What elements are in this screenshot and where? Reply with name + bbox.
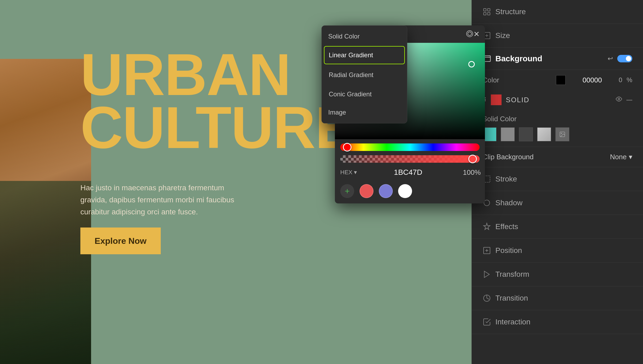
color-presets bbox=[483, 127, 632, 141]
structure-label: Structure bbox=[495, 7, 526, 16]
hex-chevron-icon: ▾ bbox=[354, 169, 357, 176]
clip-background-none: None bbox=[610, 153, 627, 161]
transition-icon bbox=[483, 294, 491, 302]
stroke-label: Stroke bbox=[495, 175, 517, 183]
background-title: Background bbox=[495, 54, 542, 63]
panel-section-background: Background ↩ Color % ⠿ SOLID bbox=[472, 48, 643, 167]
opacity-value-input[interactable] bbox=[459, 168, 481, 177]
interaction-icon bbox=[483, 318, 491, 326]
back-icon[interactable]: ↩ bbox=[608, 55, 613, 62]
swatches-row: + bbox=[335, 181, 485, 203]
structure-icon bbox=[483, 7, 491, 16]
swatch-red[interactable] bbox=[360, 184, 373, 198]
eye-icon[interactable] bbox=[616, 96, 622, 104]
alpha-slider[interactable] bbox=[340, 155, 480, 163]
solid-color-swatch[interactable] bbox=[491, 94, 502, 105]
dropdown-menu: Solid Color Linear Gradient Radial Gradi… bbox=[322, 25, 407, 123]
transform-icon bbox=[483, 270, 491, 279]
panel-section-interaction[interactable]: Interaction bbox=[472, 310, 643, 334]
panel-section-structure[interactable]: Structure bbox=[472, 0, 643, 24]
right-panel: Structure Size Background ↩ bbox=[472, 0, 643, 364]
solid-color-section: Solid Color bbox=[472, 109, 643, 147]
position-icon bbox=[483, 246, 491, 255]
hex-value-input[interactable] bbox=[360, 168, 456, 177]
panel-section-stroke[interactable]: Stroke bbox=[472, 167, 643, 191]
picker-close-button[interactable]: ✕ bbox=[473, 30, 480, 39]
effects-label: Effects bbox=[495, 222, 518, 231]
background-header: Background ↩ bbox=[472, 48, 643, 70]
swatch-add-button[interactable]: + bbox=[340, 184, 354, 198]
minus-icon[interactable]: — bbox=[626, 96, 632, 103]
dropdown-header: Solid Color bbox=[322, 28, 407, 45]
hex-format-button[interactable]: HEX ▾ bbox=[340, 169, 357, 176]
swatch-purple[interactable] bbox=[379, 184, 393, 198]
preset-swatch-gray[interactable] bbox=[501, 127, 515, 141]
picker-circle-button[interactable] bbox=[466, 30, 473, 38]
svg-point-8 bbox=[618, 98, 620, 100]
svg-rect-2 bbox=[484, 13, 486, 15]
transform-label: Transform bbox=[495, 270, 529, 279]
hue-slider[interactable] bbox=[340, 143, 480, 151]
gradient-cursor bbox=[468, 61, 475, 67]
size-label: Size bbox=[495, 31, 510, 40]
preset-swatch-image[interactable] bbox=[555, 127, 569, 141]
alpha-slider-fill bbox=[340, 155, 480, 163]
hue-thumb[interactable] bbox=[343, 143, 352, 151]
hex-row: HEX ▾ bbox=[335, 165, 485, 181]
panel-section-transform[interactable]: Transform bbox=[472, 263, 643, 286]
interaction-label: Interaction bbox=[495, 318, 530, 326]
dropdown-item-image[interactable]: Image bbox=[322, 104, 407, 121]
woman-image bbox=[0, 59, 91, 364]
panel-section-shadow[interactable]: Shadow bbox=[472, 191, 643, 215]
percent-symbol: % bbox=[627, 76, 632, 84]
dropdown-item-linear[interactable]: Linear Gradient bbox=[324, 46, 405, 64]
transition-label: Transition bbox=[495, 294, 528, 302]
position-label: Position bbox=[495, 246, 522, 255]
color-swatch-black[interactable] bbox=[556, 75, 566, 85]
clip-background-value[interactable]: None ▾ bbox=[610, 153, 632, 161]
solid-row: ⠿ SOLID — bbox=[472, 90, 643, 109]
preset-swatch-light[interactable] bbox=[537, 127, 551, 141]
dropdown-item-conic[interactable]: Conic Gradient bbox=[322, 85, 407, 104]
solid-color-title: Solid Color bbox=[483, 115, 632, 123]
color-label: Color bbox=[483, 76, 552, 84]
panel-section-position[interactable]: Position bbox=[472, 239, 643, 263]
hex-label: HEX bbox=[340, 169, 352, 176]
clip-background-row: Clip Background None ▾ bbox=[472, 147, 643, 167]
clip-background-label: Clip Background bbox=[483, 153, 534, 161]
panel-section-transition[interactable]: Transition bbox=[472, 286, 643, 310]
hero-title: URBAN CULTURE bbox=[80, 48, 354, 154]
svg-point-18 bbox=[468, 32, 472, 36]
svg-rect-3 bbox=[488, 13, 490, 15]
background-toggle[interactable] bbox=[617, 55, 632, 62]
solid-label: SOLID bbox=[506, 96, 611, 104]
svg-point-17 bbox=[466, 31, 473, 37]
svg-rect-0 bbox=[484, 9, 486, 11]
effects-icon bbox=[483, 222, 491, 231]
dropdown-item-radial[interactable]: Radial Gradient bbox=[322, 65, 407, 85]
swatch-white[interactable] bbox=[398, 184, 412, 198]
alpha-thumb[interactable] bbox=[468, 155, 477, 163]
preset-swatch-dark[interactable] bbox=[519, 127, 533, 141]
clip-chevron-icon: ▾ bbox=[629, 153, 632, 161]
svg-point-10 bbox=[561, 133, 562, 134]
shadow-label: Shadow bbox=[495, 199, 522, 207]
svg-rect-1 bbox=[488, 9, 490, 11]
color-hex-input[interactable] bbox=[570, 76, 602, 84]
explore-button[interactable]: Explore Now bbox=[80, 228, 161, 254]
color-row: Color % bbox=[472, 70, 643, 90]
panel-section-size[interactable]: Size bbox=[472, 24, 643, 48]
hue-slider-container bbox=[335, 139, 485, 165]
panel-section-effects[interactable]: Effects bbox=[472, 215, 643, 239]
color-percent-input[interactable] bbox=[606, 76, 622, 84]
hero-subtitle: Hac justo in maecenas pharetra fermentum… bbox=[80, 182, 252, 218]
